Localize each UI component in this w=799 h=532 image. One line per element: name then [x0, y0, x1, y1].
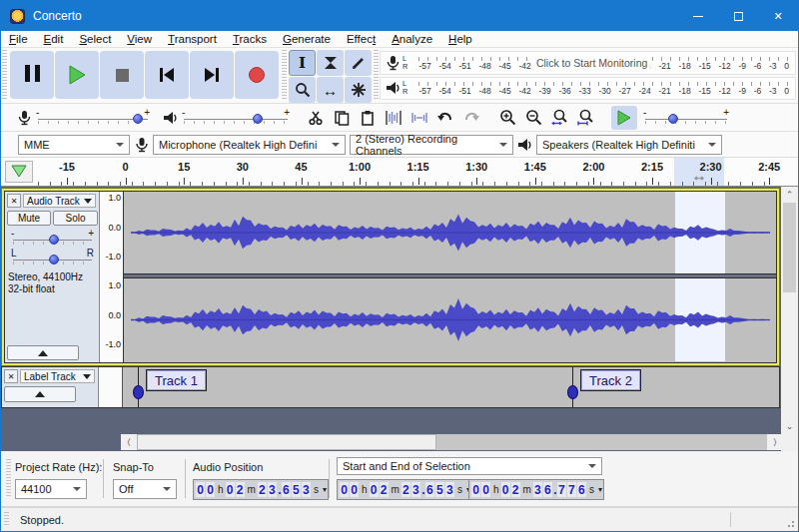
menu-item[interactable]: Effect — [339, 31, 384, 48]
record-button[interactable] — [235, 51, 279, 99]
collapse-label-track-button[interactable] — [4, 386, 76, 402]
recording-device-select[interactable]: Microphone (Realtek High Defini — [153, 135, 346, 155]
zoom-tool-button[interactable] — [289, 77, 316, 103]
meter-scale-number: -6 — [754, 61, 762, 71]
audio-position-field[interactable]: 00h02m23.653s▾ — [193, 479, 329, 500]
menu-item[interactable]: Analyze — [384, 31, 440, 48]
recording-volume-thumb[interactable] — [133, 114, 143, 124]
recording-meter[interactable]: LR -57-54-51-48-45-42-39-36-33-30-27-24-… — [380, 51, 796, 75]
timeshift-tool-button[interactable]: ↔ — [317, 77, 344, 103]
snap-to-select[interactable]: Off — [113, 479, 177, 499]
labels-area[interactable]: Track 1 Track 2 — [123, 367, 779, 407]
selection-end-field[interactable]: 00h02m36.776s▾ — [468, 479, 604, 500]
stop-button[interactable] — [100, 51, 144, 99]
timeline-minor-ticks — [37, 182, 774, 186]
transport-toolbar-grip[interactable] — [2, 50, 7, 101]
label-flag-icon[interactable] — [133, 385, 144, 399]
label-flag-icon[interactable] — [567, 385, 578, 399]
silence-audio-button[interactable] — [407, 106, 431, 130]
timeline-tick-label: 30 — [237, 161, 249, 173]
fit-selection-button[interactable] — [547, 106, 571, 130]
menu-item[interactable]: Generate — [275, 31, 339, 48]
menu-item[interactable]: File — [1, 31, 36, 48]
vertical-scrollbar[interactable]: ⌃ ⌄ — [781, 187, 798, 434]
play-speed-slider[interactable]: - + — [645, 111, 727, 125]
cut-button[interactable] — [304, 106, 328, 130]
scroll-down-arrow[interactable]: ⌄ — [781, 418, 798, 434]
label-text-box[interactable]: Track 2 — [580, 369, 641, 391]
draw-tool-icon — [351, 55, 367, 71]
copy-button[interactable] — [330, 106, 354, 130]
label-track-close-button[interactable]: ✕ — [4, 369, 18, 383]
play-speed-thumb[interactable] — [668, 114, 678, 124]
selection-start-field[interactable]: 00h02m23.653s▾ — [337, 479, 472, 500]
meter-toolbar-grip[interactable] — [374, 50, 379, 101]
undo-button[interactable] — [433, 106, 457, 130]
vertical-scroll-thumb[interactable] — [783, 203, 796, 292]
fit-project-button[interactable] — [573, 106, 597, 130]
zoom-out-button[interactable] — [521, 106, 545, 130]
label-track-title-menu[interactable]: Label Track — [20, 369, 95, 383]
horizontal-scrollbar[interactable]: 〈 〉 — [121, 434, 783, 450]
horizontal-scroll-thumb[interactable] — [137, 434, 436, 450]
close-button[interactable]: ✕ — [758, 1, 798, 31]
separator — [185, 459, 186, 498]
selection-toolbar-grip[interactable] — [6, 459, 11, 498]
selection-mode-select[interactable]: Start and End of Selection — [337, 457, 602, 475]
slider-max-label: + — [144, 107, 150, 118]
collapse-track-button[interactable] — [7, 345, 79, 360]
audio-host-select[interactable]: MME — [18, 135, 130, 155]
recording-channels-select[interactable]: 2 (Stereo) Recording Channels — [350, 135, 513, 155]
audio-track-title-menu[interactable]: Audio Track — [23, 194, 96, 208]
trim-audio-button[interactable] — [382, 106, 405, 130]
project-rate-select[interactable]: 44100 — [15, 479, 87, 499]
menu-item[interactable]: Help — [440, 31, 480, 48]
timeline-ruler[interactable]: -1501530451:001:151:301:452:002:152:302:… — [1, 158, 798, 187]
scroll-left-arrow[interactable]: 〈 — [121, 434, 137, 450]
playback-volume-slider[interactable]: - + — [184, 111, 288, 125]
pan-slider[interactable]: L R — [13, 252, 92, 266]
skip-to-start-button[interactable] — [145, 51, 189, 99]
label-track[interactable]: ✕ Label Track Track 1 Track 2 — [1, 366, 780, 408]
playback-device-select[interactable]: Speakers (Realtek High Definiti — [536, 135, 722, 155]
selection-tool-button[interactable]: I — [289, 50, 316, 76]
waveform-channel-right[interactable] — [124, 278, 776, 361]
playback-volume-thumb[interactable] — [253, 114, 263, 124]
maximize-button[interactable] — [718, 1, 758, 31]
label-text-box[interactable]: Track 1 — [146, 369, 207, 391]
zoom-in-button[interactable] — [495, 106, 519, 130]
mute-button[interactable]: Mute — [7, 211, 51, 226]
monitoring-hint[interactable]: Click to Start Monitoring — [533, 57, 650, 69]
timeline-tick-label: -15 — [59, 161, 75, 173]
empty-track-space[interactable] — [1, 408, 783, 434]
audio-track[interactable]: ✕ Audio Track Mute Solo - + L R — [1, 188, 780, 366]
waveform-area[interactable] — [124, 192, 776, 362]
pause-button[interactable] — [10, 51, 54, 99]
paste-button[interactable] — [356, 106, 380, 130]
play-button[interactable] — [55, 51, 99, 99]
vertical-scale-ruler[interactable]: 1.00.0-1.01.00.0-1.0 — [100, 192, 124, 362]
multi-tool-button[interactable] — [345, 77, 372, 103]
menu-item[interactable]: Select — [71, 31, 119, 48]
envelope-tool-button[interactable] — [317, 50, 344, 76]
draw-tool-button[interactable] — [345, 50, 372, 76]
tools-toolbar-grip[interactable] — [282, 50, 287, 101]
quick-play-drag-handle[interactable]: ↔ — [674, 167, 724, 184]
play-at-speed-button[interactable] — [611, 106, 637, 130]
menu-item[interactable]: Edit — [36, 31, 72, 48]
waveform-channel-left[interactable] — [124, 192, 776, 273]
solo-button[interactable]: Solo — [53, 211, 98, 226]
recording-volume-slider[interactable]: - + — [38, 111, 148, 125]
meter-scale-number: -51 — [458, 61, 470, 71]
menu-item[interactable]: View — [119, 31, 160, 48]
window-resize-grip[interactable] — [785, 518, 795, 528]
skip-to-end-button[interactable] — [190, 51, 234, 99]
minimize-button[interactable] — [678, 1, 718, 31]
gain-slider[interactable]: - + — [13, 232, 92, 246]
menu-item[interactable]: Tracks — [225, 31, 275, 48]
redo-button[interactable] — [459, 106, 483, 130]
scroll-up-arrow[interactable]: ⌃ — [781, 187, 798, 203]
audio-track-close-button[interactable]: ✕ — [7, 194, 21, 208]
menu-item[interactable]: Transport — [160, 31, 225, 48]
playback-meter[interactable]: LR -57-54-51-48-45-42-39-36-33-30-27-24-… — [380, 77, 796, 101]
